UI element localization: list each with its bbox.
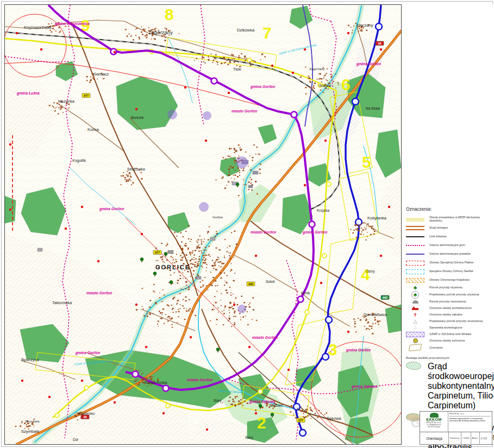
legend-label: Pomnik przyrody nieożywionej <box>429 300 466 304</box>
ochk-swatch <box>406 278 424 283</box>
km-marker-8: 8 <box>165 5 174 23</box>
map-label: miasto Gorlice <box>252 336 278 339</box>
road-plate-28: 28 <box>378 42 381 45</box>
km-marker-7: 7 <box>262 24 272 42</box>
map-label: Sękowa <box>327 416 342 421</box>
map-label: miasto Gorlice <box>251 230 276 234</box>
map-label: Krzyska <box>317 209 330 213</box>
mound-shape <box>412 300 418 304</box>
map-label: Kozica <box>87 128 99 131</box>
legend-row: Granice administracyjne gmin <box>406 241 492 250</box>
habitat-label: Grąd środkowoeuropejski i subkontynental… <box>428 362 494 411</box>
map-label: Stróżówka <box>127 167 145 171</box>
map-svg: 98765432 9779779939932828977 Krzyżówka-D… <box>5 5 401 444</box>
map-label: Kamieniec <box>78 412 95 415</box>
map-label: gmina Gorlice <box>302 230 328 235</box>
legend-row: △Projektowany pomnik przyrody nieożywion… <box>406 318 492 325</box>
meta-cell-1: Konwencja <box>449 432 461 444</box>
map-label: gmina Sękowa <box>249 400 275 404</box>
legend-row: Chronione obiekty architektoniczne <box>406 305 492 312</box>
map-label: Szlabant <box>269 403 283 407</box>
sheet-meta-table: Konwencja 1:10000 Arkusz 2.01 <box>449 432 492 444</box>
meta-cell-number: 2.01 <box>480 432 489 444</box>
arch-icon <box>406 306 424 311</box>
h2-swatch <box>406 413 421 421</box>
map-label: Szymbark <box>25 420 40 423</box>
legend-label: Obszary Chronionego Krajobrazu <box>429 279 470 282</box>
legend-items: Obszar przewidziany w MPZP dla budowy ob… <box>406 215 492 352</box>
map-label: Bystrzyca <box>21 357 39 362</box>
map-label: Mszanka <box>58 99 75 104</box>
map-label: Kobylanka <box>367 216 387 220</box>
map-label: gmina Łużna <box>16 91 40 96</box>
legend-row: ∴Stanowiska archeologiczne <box>406 325 492 331</box>
legend-label: Obszar przewidziany w MPZP dla budowy ob… <box>429 216 492 222</box>
map-label: gmina Gorlice <box>250 85 276 89</box>
legend-label: Stanowiska archeologiczne <box>429 326 462 330</box>
company-logo: EKKOM EKKOM Sp. z o.o. ul. Wadowicka 8i … <box>420 412 448 432</box>
map-label: Osiny <box>366 269 375 274</box>
sakr-icon: ✝ <box>406 312 424 318</box>
habitat-row: Grąd środkowoeuropejski i subkontynental… <box>406 362 492 411</box>
map-label: gmina Gorlice <box>99 207 124 211</box>
page: 98765432 9779779939932828977 Krzyżówka-D… <box>0 0 494 448</box>
legend-label: Specjalne Obszary Ochrony Siedlisk <box>429 270 473 273</box>
treep-icon: ♣ <box>406 291 424 299</box>
map-label: Ropica Polska <box>145 381 167 385</box>
map-label: Gorlice <box>212 216 223 219</box>
legend-row: Pomnik przyrody nieożywionej <box>406 299 492 305</box>
legend-label: Chronione obiekty architektoniczne <box>429 307 472 310</box>
map-label: gmina Moszczenica <box>54 22 90 26</box>
road-plate-977: 977 <box>84 94 89 97</box>
roads-swatch <box>406 226 424 230</box>
habitat-latin: (Galio-Carpinetum, Tilio-Carpinetum) <box>428 381 494 410</box>
legend-label: Granice administracyjne gmin <box>429 244 465 247</box>
legend-label: Granice administracyjne powiatów <box>429 253 471 256</box>
legend-row: ♣Projektowany pomnik przyrody ożywionej <box>406 291 492 299</box>
habitats-title: Rodzaje siedlisk przyrodniczych: <box>406 356 492 359</box>
legend-row: Chronione obiekty techniczne <box>406 338 492 344</box>
km-marker-4: 4 <box>361 266 370 283</box>
road-plate-28: 28 <box>83 415 86 419</box>
map-label: miasto Gorlice <box>86 291 112 295</box>
title-block-top: EKKOM EKKOM Sp. z o.o. ul. Wadowicka 8i … <box>420 412 492 432</box>
map-canvas: 98765432 9779779939932828977 Krzyżówka-D… <box>4 4 402 445</box>
legend-label: Chronione obiekty sakralne <box>429 313 462 317</box>
map-label: Krzyżówka-Dąbie <box>24 26 52 30</box>
map-label: Dół <box>73 438 78 441</box>
map-label: gmina Gorlice <box>356 62 382 66</box>
legend-label: Chronione obiekty techniczne <box>429 339 465 343</box>
map-label: Garbacz <box>93 72 109 77</box>
legend-label: Obszary Specjalnej Ochrony Ptaków <box>429 261 473 264</box>
company-logo-icon <box>430 413 439 418</box>
map-label: Szymbark <box>21 429 40 434</box>
title-block-bottom: Orientacja Konwencja 1:10000 Arkusz 2.01 <box>420 432 492 444</box>
legend-row: Drogi istniejące <box>406 224 492 232</box>
road-plate-977: 977 <box>298 419 303 422</box>
mpzp-swatch <box>406 218 424 222</box>
powiat-swatch <box>406 254 424 255</box>
map-label: gmina Sękowa <box>351 384 377 389</box>
soos-swatch <box>406 269 424 274</box>
map-label: Dominikowice <box>364 313 387 317</box>
legend-row: Linie kolejowe <box>406 232 492 241</box>
arch-shape <box>412 306 418 310</box>
title-block-doc: EKKOM Sp. z o.o. Studium wykonalności z … <box>448 412 492 432</box>
legend-row: Obszary Chronionego Krajobrazu <box>406 276 492 285</box>
legend-label: Linie kolejowe <box>429 235 446 238</box>
tech-shape <box>413 338 418 343</box>
document-title: Studium wykonalności z elementami koncep… <box>449 416 491 422</box>
h1-swatch <box>406 362 421 370</box>
legend-label: Projektowany pomnik przyrody ożywionej <box>429 293 479 296</box>
km-marker-5: 5 <box>362 153 371 171</box>
map-label: Siary <box>245 436 254 440</box>
road-plate-993: 993 <box>383 296 387 299</box>
gmina-swatch <box>406 245 424 246</box>
moundp-icon: △ <box>406 319 424 324</box>
legend-row: GZWP nr 433 Dolina rzeki Wisłoka <box>406 331 492 338</box>
legend-label: Drogi istniejące <box>429 226 448 230</box>
map-label: miasto Gorlice <box>232 109 257 113</box>
title-block: EKKOM EKKOM Sp. z o.o. ul. Wadowicka 8i … <box>420 411 492 445</box>
legend-row: ♣Pomnik przyrody ożywionej <box>406 285 492 291</box>
map-label: Siary <box>214 399 222 403</box>
